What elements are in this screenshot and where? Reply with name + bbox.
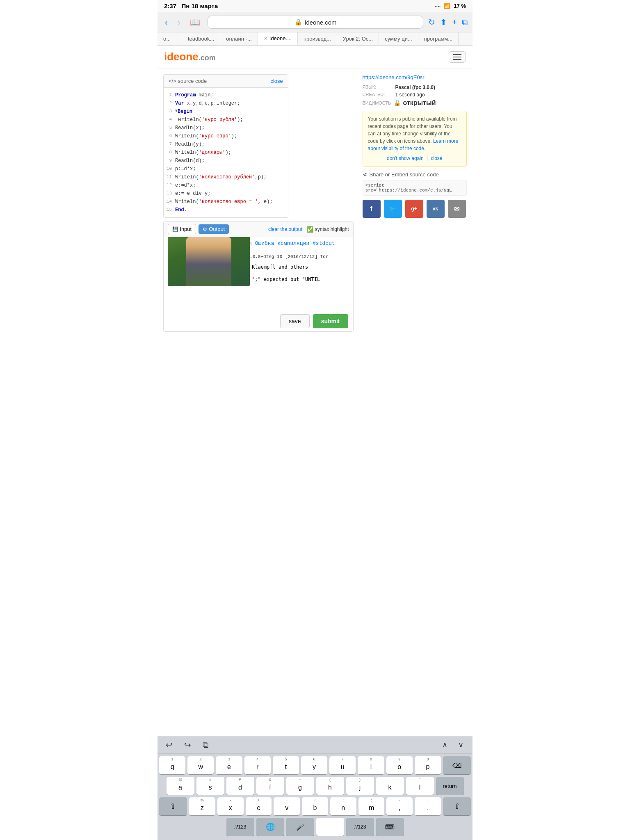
video-placeholder [168, 237, 250, 286]
hamburger-line [453, 59, 461, 60]
code-line-8: 8 Writeln('доллары'); [164, 148, 288, 157]
code-close-link[interactable]: close [270, 78, 283, 84]
code-line-9: 9 Readln(d); [164, 157, 288, 165]
tab-1[interactable]: teadbook... [182, 32, 220, 45]
warning-box: Your solution is public and available fr… [363, 111, 467, 167]
social-buttons: f 🐦 g+ vk ✉ [363, 200, 467, 218]
code-editor-content[interactable]: 1 Program main; 2 Var x,y,d,e,p:integer;… [164, 88, 288, 217]
forward-button[interactable]: › [175, 17, 183, 28]
code-editor-panel: </> source code close 1 Program main; 2 … [163, 74, 288, 218]
output-panel: 💾 input ⚙ Output clear the output ✅ synt… [163, 221, 354, 332]
save-button[interactable]: save [280, 314, 310, 328]
tab-label: программ... [424, 36, 452, 42]
share-title: ≮ Share or Embed source code [363, 171, 467, 178]
dont-show-again-link[interactable]: don't show again [387, 155, 424, 161]
code-line-2: 2 Var x,y,d,e,p:integer; [164, 99, 288, 107]
status-time-date: 2:37 Пн 18 марта [164, 2, 218, 9]
twitter-share-button[interactable]: 🐦 [384, 200, 402, 218]
googleplus-icon: g+ [411, 206, 417, 212]
tabs-switcher-button[interactable]: ⧉ [462, 18, 468, 27]
input-tab[interactable]: 💾 input [168, 224, 196, 234]
address-bar[interactable]: 🔒 ideone.com [208, 16, 423, 29]
output-tab[interactable]: ⚙ Output [199, 224, 229, 234]
visibility-lock-icon: 🔓 [394, 100, 401, 106]
visibility-value: открытый [403, 99, 436, 107]
keyboard-spacer [158, 332, 472, 447]
browser-chrome: ‹ › 📖 🔒 ideone.com ↻ ⬆ + ⧉ [158, 12, 472, 32]
language-row: язык: Pascal (fpc 3.0.0) [363, 84, 467, 90]
page-content: ideone.com </> source code close 1 [158, 46, 472, 447]
code-editor-header: </> source code close [164, 75, 288, 88]
bookmarks-button[interactable]: 📖 [187, 16, 203, 28]
back-button[interactable]: ‹ [162, 17, 170, 28]
input-tab-icon: 💾 [172, 226, 178, 232]
site-logo: ideone.com [164, 50, 216, 63]
code-line-6: 6 Writeln('курс евро'); [164, 132, 288, 140]
embed-code-snippet[interactable]: <script src="https://ideone.com/e.js/9qE [363, 180, 467, 196]
left-column: </> source code close 1 Program main; 2 … [158, 68, 359, 332]
tab-0[interactable]: о... [158, 32, 182, 45]
tab-label: teadbook... [188, 36, 214, 42]
code-line-4: 4 writeln('курс рубля'); [164, 116, 288, 124]
created-label: created: [363, 92, 391, 98]
tab-label: произвед... [304, 36, 331, 42]
share-button[interactable]: ⬆ [440, 17, 447, 27]
output-tab-icon: ⚙ [203, 226, 207, 232]
tab-label: о... [163, 36, 171, 42]
video-bg [168, 237, 250, 286]
output-actions: clear the output ✅ syntax highlight [268, 226, 349, 233]
tab-label: сумму ци... [385, 36, 412, 42]
warning-close-link[interactable]: close [431, 155, 443, 161]
language-label: язык: [363, 84, 391, 90]
code-line-5: 5 Readln(x); [164, 124, 288, 132]
output-tab-group: 💾 input ⚙ Output [168, 224, 229, 234]
syntax-toggle[interactable]: ✅ syntax highlight [306, 226, 349, 233]
credits-text: Klaempfl and others [252, 264, 308, 270]
output-tab-label: Output [209, 226, 225, 232]
right-panel: https://ideone.com/9qE0sr язык: Pascal (… [359, 68, 472, 332]
code-line-1: 1 Program main; [164, 91, 288, 99]
warning-divider: | [427, 155, 428, 161]
vkontakte-share-button[interactable]: vk [427, 200, 445, 218]
logo-text: ideone [164, 50, 199, 63]
code-line-10: 10 p:=d*x; [164, 165, 288, 173]
code-editor-title: </> source code [169, 78, 207, 84]
video-overlay [168, 237, 250, 286]
new-tab-button[interactable]: + [452, 18, 457, 27]
syntax-toggle-label: syntax highlight [315, 226, 349, 232]
hamburger-menu-button[interactable] [449, 51, 466, 63]
submit-button[interactable]: submit [313, 314, 348, 328]
tab-label: Урок 2: Ос... [343, 36, 373, 42]
logo-suffix: .com [199, 54, 216, 62]
tab-5[interactable]: Урок 2: Ос... [337, 32, 379, 45]
signal-icon: ···· [435, 3, 441, 9]
tab-2[interactable]: онлайн -... [220, 32, 258, 45]
hamburger-line [453, 57, 461, 57]
googleplus-share-button[interactable]: g+ [405, 200, 423, 218]
share-url[interactable]: https://ideone.com/9qE0sr [363, 74, 467, 80]
tab-6[interactable]: сумму ци... [379, 32, 418, 45]
output-content: Ошибка компиляции #stdin Ошибка компиляц… [164, 237, 353, 311]
visibility-label: ВИДИМОСТЬ [363, 100, 391, 105]
email-share-button[interactable]: ✉ [448, 200, 466, 218]
code-line-12: 12 e:=d*x; [164, 181, 288, 189]
code-line-11: 11 Writeln('количество рублей',p); [164, 173, 288, 181]
share-title-text: Share or Embed source code [370, 171, 439, 178]
tab-4[interactable]: произвед... [298, 32, 337, 45]
code-line-3: 3 ▼ Begin [164, 107, 288, 116]
wifi-icon: 📶 [444, 3, 450, 9]
facebook-share-button[interactable]: f [363, 200, 381, 218]
tab-close-icon[interactable]: ✕ [264, 36, 268, 41]
tab-label: Ideone.... [269, 35, 292, 41]
tab-7[interactable]: программ... [418, 32, 459, 45]
battery-indicator: 17 % [454, 3, 466, 9]
clear-output-link[interactable]: clear the output [268, 226, 302, 232]
main-layout: </> source code close 1 Program main; 2 … [158, 68, 472, 332]
reload-button[interactable]: ↻ [428, 17, 435, 27]
code-line-14: 14 Writeln('количество евро = ', e); [164, 198, 288, 206]
tab-ideone[interactable]: ✕ Ideone.... [258, 32, 298, 45]
error-detail: ";" expected but "UNTIL [252, 276, 320, 282]
warning-actions: don't show again | close [368, 155, 461, 162]
code-line-15: 15 End. [164, 206, 288, 214]
video-person-figure [186, 237, 231, 286]
